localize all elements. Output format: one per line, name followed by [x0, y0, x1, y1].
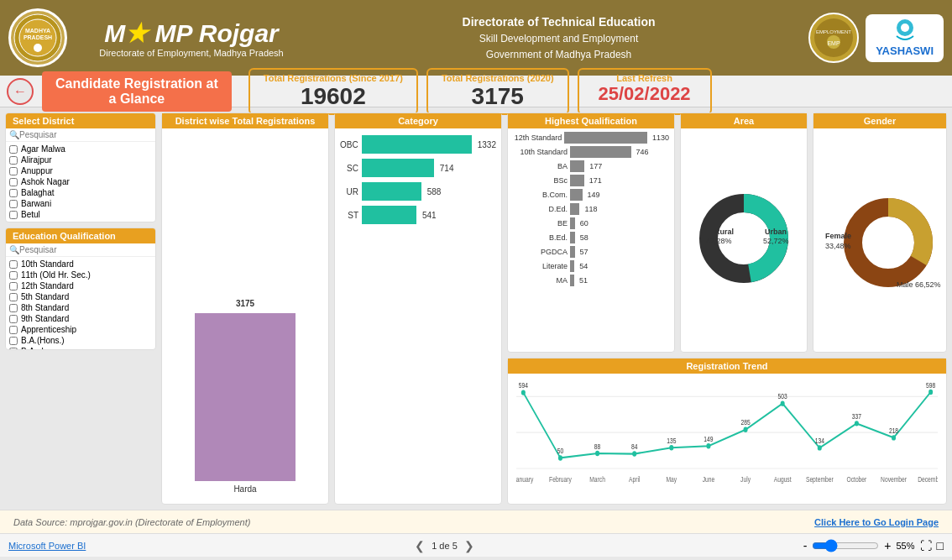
- qual-label: D.Ed.: [513, 205, 568, 213]
- district-filter-item[interactable]: Agar Malwa: [9, 144, 152, 154]
- fullscreen-button[interactable]: ⛶: [920, 539, 932, 552]
- district-checkbox[interactable]: [9, 156, 18, 165]
- trend-box: Registration Trend JanuaryFebruaryMarchA…: [507, 358, 947, 505]
- qual-bar-row: D.Ed. 118: [513, 203, 669, 215]
- category-bar-row: UR 588: [340, 182, 496, 201]
- svg-text:January: January: [516, 475, 533, 484]
- edu-filter-list: 10th Standard 11th (Old Hr. Sec.) 12th S…: [6, 257, 155, 349]
- district-search-input[interactable]: [19, 130, 152, 139]
- search-icon: 🔍: [9, 130, 19, 139]
- edu-checkbox[interactable]: [9, 315, 18, 323]
- share-button[interactable]: □: [937, 539, 944, 552]
- edu-checkbox[interactable]: [9, 337, 18, 345]
- qual-value: 51: [579, 276, 588, 285]
- svg-point-41: [595, 451, 599, 456]
- edu-search-input[interactable]: [19, 245, 152, 254]
- svg-point-4: [34, 44, 42, 52]
- yashaswi-box: YASHASWI: [866, 14, 944, 62]
- back-button[interactable]: ←: [7, 78, 34, 105]
- qual-bar-row: 12th Standard 1130: [513, 132, 669, 144]
- pagination: ❮ 1 de 5 ❯: [415, 539, 474, 552]
- zoom-level: 55%: [896, 541, 914, 551]
- main-content: Select District 🔍 Agar Malwa Alirajpur A…: [0, 107, 952, 510]
- district-filter-item[interactable]: Balaghat: [9, 187, 152, 198]
- qual-bar-fill: [570, 175, 584, 186]
- qual-value: 118: [584, 205, 597, 213]
- district-checkbox[interactable]: [9, 145, 18, 154]
- edu-checkbox[interactable]: [9, 304, 18, 312]
- zoom-out-button[interactable]: -: [803, 539, 808, 552]
- edu-filter-item[interactable]: 9th Standard: [9, 313, 152, 324]
- edu-filter-item[interactable]: B.Arch.: [9, 346, 152, 349]
- district-checkbox[interactable]: [9, 167, 18, 175]
- stat-total-2017-label: Total Registrations (Since 2017): [264, 73, 403, 83]
- yashaswi-label: YASHASWI: [876, 44, 934, 57]
- edu-filter-item[interactable]: 12th Standard: [9, 280, 152, 291]
- powerbi-link[interactable]: Microsoft Power BI: [8, 541, 86, 551]
- svg-point-20: [866, 221, 910, 264]
- stat-total-2017-value: 19602: [264, 83, 403, 110]
- qual-bar-row: BE 60: [513, 217, 669, 229]
- zoom-in-button[interactable]: +: [884, 539, 891, 552]
- district-filter-item[interactable]: Barwani: [9, 198, 152, 209]
- qual-value: 54: [579, 262, 588, 270]
- qual-label: MA: [513, 276, 568, 285]
- district-checkbox[interactable]: [9, 178, 18, 186]
- qual-label: BA: [513, 162, 568, 170]
- header-right: EMPLOYMENT EMP YASHASWI: [808, 13, 944, 63]
- edu-checkbox[interactable]: [9, 348, 18, 350]
- svg-point-43: [669, 445, 673, 450]
- header-center-line3: Government of Madhya Pradesh: [309, 47, 808, 63]
- edu-filter-item[interactable]: 5th Standard: [9, 291, 152, 302]
- svg-text:June: June: [703, 475, 715, 484]
- qual-label: 10th Standard: [513, 148, 568, 156]
- qual-bar-fill: [570, 203, 579, 215]
- qual-bar-fill: [570, 217, 575, 229]
- edu-checkbox[interactable]: [9, 326, 18, 334]
- edu-checkbox[interactable]: [9, 260, 18, 269]
- svg-point-50: [928, 390, 933, 395]
- edu-filter-item[interactable]: 8th Standard: [9, 302, 152, 313]
- left-logo: MADHYA PRADESH: [8, 8, 67, 67]
- svg-point-42: [632, 451, 636, 456]
- edu-checkbox[interactable]: [9, 271, 18, 280]
- district-filter-item[interactable]: Alirajpur: [9, 154, 152, 165]
- gender-box: Gender Female 33,48% Male 66,52%: [813, 113, 947, 353]
- edu-filter-title: Education Qualification: [6, 228, 155, 243]
- district-filter-item[interactable]: Anuppur: [9, 165, 152, 176]
- login-link[interactable]: Click Here to Go Login Page: [814, 517, 939, 527]
- header-title: M★ MP Rojgar Directorate of Employment, …: [74, 18, 309, 58]
- header-center: Directorate of Technical Education Skill…: [309, 13, 808, 64]
- qual-value: 57: [580, 248, 588, 256]
- stat-total-2017: Total Registrations (Since 2017) 19602: [248, 68, 418, 115]
- svg-point-39: [521, 390, 526, 395]
- cat-value: 714: [440, 164, 454, 173]
- svg-text:50: 50: [557, 447, 563, 455]
- svg-text:Male 66,52%: Male 66,52%: [897, 280, 941, 289]
- edu-filter-item[interactable]: B.A.(Hons.): [9, 335, 152, 346]
- svg-text:134: 134: [815, 437, 825, 445]
- edu-checkbox[interactable]: [9, 293, 18, 301]
- qual-value: 171: [589, 176, 602, 185]
- district-checkbox[interactable]: [9, 200, 18, 208]
- district-checkbox[interactable]: [9, 211, 18, 219]
- category-bars: OBC 1332 SC 714 UR 588 ST 541: [335, 128, 501, 236]
- edu-filter-item[interactable]: Apprenticeship: [9, 324, 152, 335]
- next-page-button[interactable]: ❯: [464, 539, 474, 552]
- footer-source: Data Source: mprojgar.gov.in (Directorat…: [13, 517, 250, 527]
- svg-text:November: November: [881, 475, 907, 484]
- district-bar-value: 3175: [236, 299, 254, 308]
- edu-checkbox[interactable]: [9, 282, 18, 290]
- edu-filter-item[interactable]: 10th Standard: [9, 259, 152, 270]
- qual-bar-fill: [564, 132, 647, 144]
- district-checkbox[interactable]: [9, 189, 18, 197]
- district-filter-item[interactable]: Betul: [9, 209, 152, 220]
- top-charts-row: Highest Qualification 12th Standard 1130…: [507, 113, 947, 353]
- district-filter-item[interactable]: Ashok Nagar: [9, 176, 152, 187]
- zoom-slider[interactable]: [812, 539, 879, 552]
- stat-last-refresh-label: Last Refresh: [593, 73, 697, 83]
- prev-page-button[interactable]: ❮: [415, 539, 425, 552]
- district-bar-label: Harda: [233, 484, 256, 494]
- qual-bar-row: Literate 54: [513, 260, 669, 272]
- edu-filter-item[interactable]: 11th (Old Hr. Sec.): [9, 270, 152, 280]
